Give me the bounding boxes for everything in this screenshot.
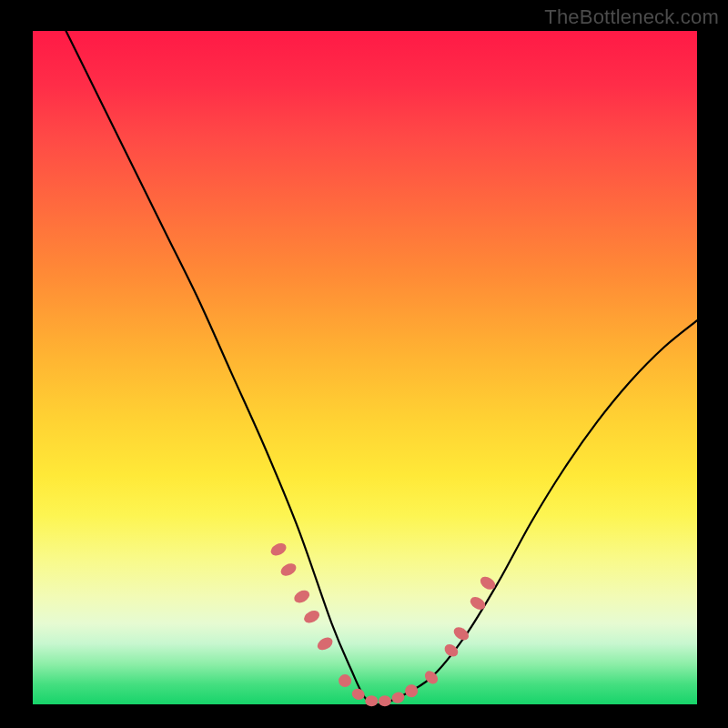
curve-marker — [350, 687, 366, 702]
curve-marker — [365, 695, 378, 706]
curve-marker — [302, 608, 322, 625]
curve-marker — [390, 691, 406, 705]
curve-marker — [468, 594, 488, 612]
curve-marker — [278, 561, 298, 578]
curve-svg — [33, 31, 697, 704]
plot-area — [33, 31, 697, 704]
curve-marker — [402, 682, 420, 699]
curve-marker — [292, 588, 312, 605]
watermark-text: TheBottleneck.com — [544, 5, 719, 29]
marker-group — [268, 541, 498, 706]
curve-marker — [379, 695, 391, 706]
curve-marker — [336, 672, 354, 690]
chart-frame: TheBottleneck.com — [0, 0, 728, 728]
curve-marker — [315, 635, 335, 652]
curve-marker — [268, 541, 288, 558]
bottleneck-curve — [66, 31, 698, 704]
